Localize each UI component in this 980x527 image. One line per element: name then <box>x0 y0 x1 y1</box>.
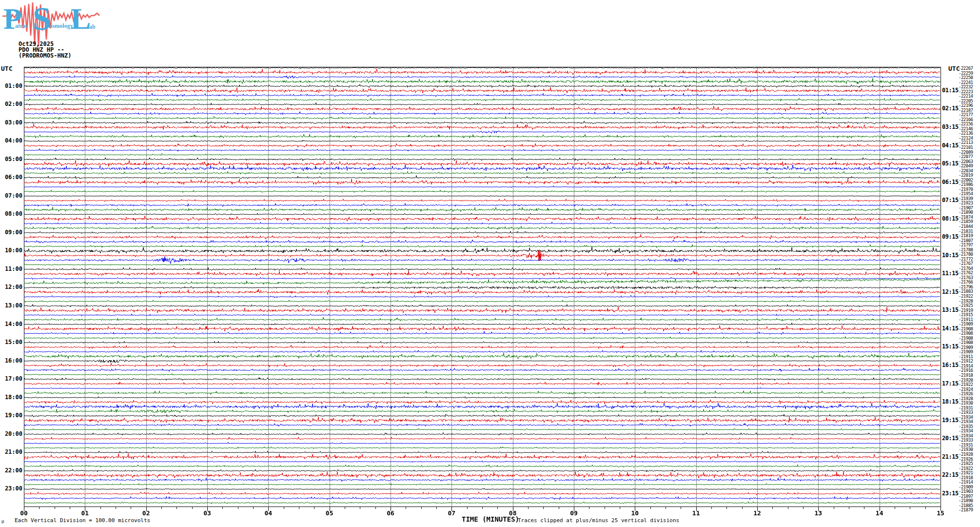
right-hour-label: 06:15 <box>942 179 959 185</box>
left-hour-label: 15:00 <box>5 339 22 345</box>
micro-glyph: µ <box>1 519 4 524</box>
right-hour-label: 09:15 <box>942 234 959 240</box>
right-hour-label: 21:15 <box>942 454 959 460</box>
x-axis-tick-label: 07 <box>448 509 456 517</box>
x-axis-tick-label: 06 <box>387 509 394 517</box>
left-hour-label: 17:00 <box>5 376 22 382</box>
trace-offset-value: -21918 <box>959 373 973 378</box>
right-hour-label: 04:15 <box>942 142 959 149</box>
trace-offset-value: -21819 <box>959 234 973 238</box>
x-axis-title: TIME (MINUTES) <box>462 515 519 523</box>
header-channel: (PRODROMOS-HNZ) <box>19 53 71 59</box>
right-hour-label: 12:15 <box>942 289 959 295</box>
trace-offset-value: -21925 <box>959 304 973 308</box>
left-hour-label: 19:00 <box>5 412 22 419</box>
trace-offset-value: -21844 <box>959 224 973 229</box>
left-hour-label: 06:00 <box>5 174 22 181</box>
x-axis-tick-label: 05 <box>326 509 333 517</box>
trace-offset-value: -22177 <box>959 113 973 117</box>
trace-offset-value: -21797 <box>959 243 973 247</box>
trace-offset-value: -21934 <box>959 429 973 433</box>
left-hour-label: 18:00 <box>5 394 22 401</box>
trace-offset-value: -21908 <box>959 341 973 345</box>
trace-offset-value: -22267 <box>959 66 973 71</box>
logo-letter-s: S <box>33 1 51 37</box>
left-hour-label: 09:00 <box>5 229 22 236</box>
right-hour-label: 16:15 <box>942 362 959 368</box>
trace-offset-value: -22019 <box>959 173 973 178</box>
x-axis-tick-label: 04 <box>265 509 273 517</box>
right-hour-label: 18:15 <box>942 399 959 405</box>
left-hour-label: 02:00 <box>5 101 22 107</box>
left-hour-label: 20:00 <box>5 431 22 437</box>
trace-offset-value: -21923 <box>959 201 973 205</box>
trace-offset-value: -21921 <box>959 471 973 475</box>
right-hour-label: 14:15 <box>942 325 959 332</box>
trace-offset-value: -22077 <box>959 155 973 159</box>
trace-offset-value: -22196 <box>959 103 973 108</box>
right-hour-label: 15:15 <box>942 344 959 350</box>
trace-offset-value: -21903 <box>959 489 973 494</box>
x-axis-tick-label: 02 <box>142 509 150 517</box>
x-axis-tick-label: 00 <box>20 509 28 517</box>
trace-offset-value: -21879 <box>959 508 973 512</box>
trace-offset-value: -21922 <box>959 294 973 299</box>
trace-offset-value: -21922 <box>959 383 973 387</box>
trace-offset-value: -21928 <box>959 452 973 457</box>
plot-header: Oct29,2025PDO HNZ HP --(PRODROMOS-HNZ) <box>19 41 71 59</box>
left-hour-label: 11:00 <box>5 266 22 272</box>
clip-note: Traces clipped at plus/minus 25 vertical… <box>518 517 679 524</box>
trace-offset-value: -21926 <box>959 392 973 396</box>
right-hour-label: 10:15 <box>942 252 959 259</box>
trace-offset-value: -21933 <box>959 410 973 415</box>
left-hour-label: 23:00 <box>5 486 22 492</box>
right-hour-label: 07:15 <box>942 197 959 203</box>
x-axis-tick-label: 09 <box>570 509 578 517</box>
trace-offset-value: -22049 <box>959 164 973 168</box>
trace-offset-value: -21909 <box>959 350 973 354</box>
right-hour-label: 03:15 <box>942 124 959 130</box>
right-hour-label: 20:15 <box>942 435 959 442</box>
left-hour-label: 08:00 <box>5 211 22 217</box>
left-hour-label: 21:00 <box>5 449 22 455</box>
trace-offset-value: -21767 <box>959 262 973 266</box>
left-hour-label: 05:00 <box>5 156 22 162</box>
trace-offset-column: -22267-22259-22250-22241-22232-22223-222… <box>959 0 980 527</box>
right-hour-labels: 01:1502:1503:1504:1505:1506:1507:1508:15… <box>942 0 960 527</box>
left-hour-label: 14:00 <box>5 321 22 327</box>
right-hour-label: 13:15 <box>942 307 959 313</box>
trace-offset-value: -21914 <box>959 480 973 485</box>
trace-offset-value: -21925 <box>959 462 973 466</box>
x-axis-tick-label: 13 <box>815 509 823 517</box>
trace-offset-value: -21930 <box>959 401 973 405</box>
logo-word-lab: ab <box>89 23 96 30</box>
right-hour-label: 02:15 <box>942 105 959 112</box>
left-hour-label: 22:00 <box>5 467 22 474</box>
trace-offset-value: -21915 <box>959 313 973 317</box>
trace-offset-value: -21780 <box>959 252 973 257</box>
x-axis-tick-label: 03 <box>203 509 211 517</box>
right-hour-label: 17:15 <box>942 381 959 387</box>
helicorder-canvas <box>24 67 941 513</box>
left-hour-label: 16:00 <box>5 358 22 364</box>
trace-offset-value: -21934 <box>959 420 973 424</box>
right-hour-label: 08:15 <box>942 216 959 222</box>
trace-offset-value: -21954 <box>959 192 973 196</box>
trace-offset-value: -22156 <box>959 122 973 126</box>
x-axis-tick-label: 15 <box>937 509 944 517</box>
trace-offset-value: -21986 <box>959 182 973 187</box>
trace-offset-value: -21890 <box>959 499 973 503</box>
x-axis-tick-label: 14 <box>876 509 883 517</box>
right-hour-label: 11:15 <box>942 270 959 277</box>
left-hour-label: 13:00 <box>5 303 22 309</box>
left-hour-labels: 01:0002:0003:0004:0005:0006:0007:0008:00… <box>1 0 22 527</box>
right-hour-label: 05:15 <box>942 161 959 167</box>
left-hour-label: 07:00 <box>5 193 22 199</box>
trace-offset-value: -22101 <box>959 145 973 150</box>
x-axis-tick-label: 01 <box>81 509 89 517</box>
x-axis-tick-label: 10 <box>631 509 639 517</box>
trace-offset-value: -22214 <box>959 94 973 99</box>
trace-offset-value: -22232 <box>959 85 973 89</box>
trace-offset-value: -22250 <box>959 76 973 80</box>
logo-letter-l: L <box>71 2 91 35</box>
